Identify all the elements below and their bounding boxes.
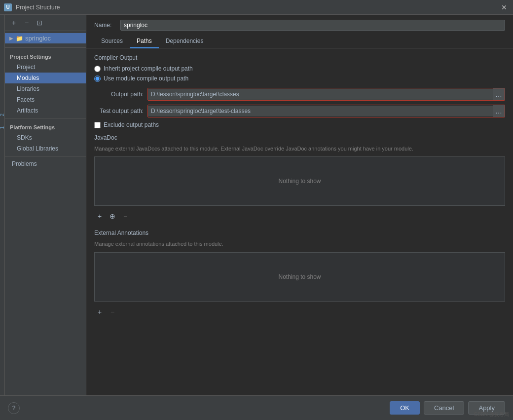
name-label: Name:: [94, 22, 116, 29]
close-button[interactable]: ✕: [499, 2, 509, 12]
external-annotations-title: External Annotations: [94, 229, 505, 236]
edge-label-2: 1: [0, 126, 5, 129]
radio-use-input[interactable]: [94, 76, 101, 82]
paths-content: Compiler Output Inherit project compile …: [86, 48, 513, 395]
javadoc-empty-panel: Nothing to show: [94, 156, 505, 206]
sidebar-item-artifacts-label: Artifacts: [17, 107, 38, 114]
radio-row-use: Use module compile output path: [94, 75, 505, 82]
window-title: Project Structure: [16, 4, 499, 11]
remove-module-button[interactable]: −: [22, 18, 32, 28]
titlebar: U Project Structure ✕: [0, 0, 513, 15]
javadoc-title: JavaDoc: [94, 134, 505, 141]
javadoc-empty-text: Nothing to show: [278, 178, 321, 185]
exclude-checkbox-label[interactable]: Exclude output paths: [104, 121, 159, 128]
exclude-output-row: Exclude output paths: [94, 121, 505, 128]
name-input[interactable]: [120, 20, 505, 31]
output-path-label: Output path:: [94, 91, 144, 98]
tab-sources[interactable]: Sources: [94, 35, 130, 48]
compiler-output-title: Compiler Output: [94, 54, 505, 61]
external-annotations-remove-button: −: [107, 306, 118, 317]
external-annotations-add-button[interactable]: +: [94, 306, 105, 317]
project-settings-label: Project Settings: [5, 50, 86, 62]
tabs-bar: Sources Paths Dependencies: [86, 35, 513, 48]
exclude-checkbox[interactable]: [94, 122, 101, 128]
output-path-input[interactable]: [148, 89, 493, 100]
name-row: Name:: [86, 15, 513, 35]
tab-dependencies[interactable]: Dependencies: [159, 35, 211, 48]
external-annotations-empty-panel: Nothing to show: [94, 252, 505, 302]
main-content: Name: Sources Paths Dependencies Compile…: [86, 15, 513, 395]
javadoc-add-button[interactable]: +: [94, 211, 105, 222]
help-button[interactable]: ?: [8, 402, 20, 414]
output-path-browse-button[interactable]: …: [493, 88, 505, 100]
dialog-body: 2 1 + − ⊡ ▶ 📁 springloc Project Settings…: [0, 15, 513, 395]
external-annotations-toolbar: + −: [94, 305, 505, 319]
radio-inherit-label[interactable]: Inherit project compile output path: [104, 65, 193, 72]
sidebar-item-facets-label: Facets: [17, 96, 35, 103]
sidebar-item-libraries[interactable]: Libraries: [5, 83, 86, 94]
watermark: CSDN @反卷局: [474, 411, 509, 418]
output-path-row: Output path: …: [94, 88, 505, 101]
sidebar-item-sdks[interactable]: SDKs: [5, 132, 86, 143]
sidebar-item-project[interactable]: Project: [5, 62, 86, 73]
radio-row-inherit: Inherit project compile output path: [94, 65, 505, 72]
sidebar-item-libraries-label: Libraries: [17, 85, 39, 92]
compiler-output-radio-group: Inherit project compile output path Use …: [94, 65, 505, 82]
test-output-path-wrap: …: [147, 105, 505, 117]
sidebar-item-modules[interactable]: Modules: [5, 73, 86, 83]
javadoc-toolbar: + ⊕ −: [94, 209, 505, 224]
sidebar-item-artifacts[interactable]: Artifacts: [5, 105, 86, 116]
module-tree: ▶ 📁 springloc: [5, 31, 86, 45]
external-annotations-desc: Manage external annotations attached to …: [94, 240, 505, 248]
external-annotations-section: External Annotations Manage external ann…: [94, 229, 505, 319]
sidebar-item-problems-label: Problems: [12, 160, 37, 167]
cancel-button[interactable]: Cancel: [424, 401, 464, 415]
javadoc-section: JavaDoc Manage external JavaDocs attache…: [94, 134, 505, 224]
left-edge: 2 1: [0, 15, 5, 395]
output-path-wrap: …: [147, 88, 505, 101]
sidebar-item-problems[interactable]: Problems: [5, 158, 86, 169]
app-icon: U: [4, 3, 12, 11]
ok-button[interactable]: OK: [390, 401, 420, 415]
sidebar-toolbar: + − ⊡: [5, 15, 86, 31]
javadoc-remove-button: −: [120, 211, 131, 222]
javadoc-add-url-button[interactable]: ⊕: [107, 211, 118, 222]
sidebar-item-modules-label: Modules: [17, 75, 39, 81]
javadoc-desc: Manage external JavaDocs attached to thi…: [94, 145, 505, 153]
external-annotations-empty-text: Nothing to show: [278, 273, 321, 280]
folder-icon: 📁: [16, 35, 23, 42]
expand-icon: ▶: [9, 36, 14, 41]
radio-inherit-input[interactable]: [94, 66, 101, 72]
platform-settings-label: Platform Settings: [5, 120, 86, 132]
sidebar-item-facets[interactable]: Facets: [5, 94, 86, 105]
action-bar: ? OK Cancel Apply: [0, 395, 513, 420]
copy-module-button[interactable]: ⊡: [35, 18, 44, 28]
test-output-path-input[interactable]: [148, 106, 493, 116]
sidebar-divider-1: [5, 47, 86, 48]
test-output-path-browse-button[interactable]: …: [493, 105, 505, 117]
sidebar-item-global-libraries[interactable]: Global Libraries: [5, 143, 86, 154]
module-name: springloc: [25, 35, 51, 42]
test-output-path-row: Test output path: …: [94, 105, 505, 117]
module-row-springloc[interactable]: ▶ 📁 springloc: [5, 33, 86, 43]
edge-label-1: 2: [0, 114, 5, 116]
sidebar-divider-2: [5, 118, 86, 118]
sidebar-item-sdks-label: SDKs: [17, 134, 32, 141]
sidebar-item-global-libraries-label: Global Libraries: [17, 145, 58, 152]
radio-use-label[interactable]: Use module compile output path: [104, 75, 188, 82]
tab-paths[interactable]: Paths: [130, 35, 159, 48]
sidebar-item-project-label: Project: [17, 64, 35, 71]
sidebar: + − ⊡ ▶ 📁 springloc Project Settings Pro…: [5, 15, 86, 395]
sidebar-divider-3: [5, 156, 86, 156]
add-module-button[interactable]: +: [9, 18, 19, 28]
test-output-path-label: Test output path:: [94, 108, 144, 115]
